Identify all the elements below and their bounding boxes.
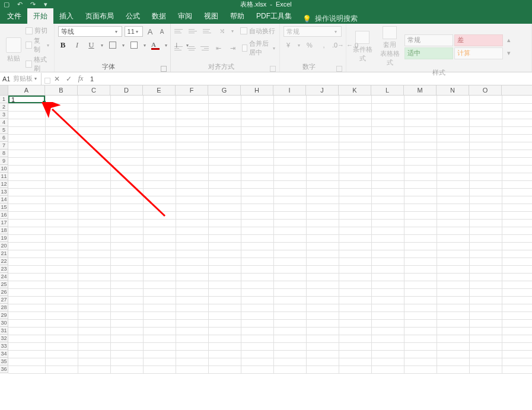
tab-view[interactable]: 视图 <box>198 8 224 24</box>
select-all-corner[interactable] <box>0 85 8 95</box>
enter-button[interactable]: ✓ <box>63 75 75 83</box>
undo-icon[interactable]: ↶ <box>15 0 24 8</box>
row-header-33[interactable]: 33 <box>0 342 8 350</box>
row-header-30[interactable]: 30 <box>0 319 8 327</box>
tab-file[interactable]: 文件 <box>1 8 27 24</box>
row-header-3[interactable]: 3 <box>0 111 8 119</box>
row-header-28[interactable]: 28 <box>0 304 8 312</box>
row-header-25[interactable]: 25 <box>0 281 8 288</box>
col-header-H[interactable]: H <box>241 85 273 95</box>
format-as-table-button[interactable]: 套用表格格式 <box>377 26 402 67</box>
redo-icon[interactable]: ↷ <box>28 0 37 8</box>
tab-formulas[interactable]: 公式 <box>120 8 146 24</box>
tab-help[interactable]: 帮助 <box>224 8 250 24</box>
row-header-14[interactable]: 14 <box>0 196 8 204</box>
col-header-E[interactable]: E <box>143 85 176 95</box>
comma-button[interactable]: , <box>319 40 329 50</box>
row-header-15[interactable]: 15 <box>0 204 8 211</box>
tab-review[interactable]: 审阅 <box>172 8 198 24</box>
selection[interactable]: 1 <box>8 96 45 103</box>
row-header-7[interactable]: 7 <box>0 142 8 150</box>
style-normal[interactable]: 常规 <box>404 34 453 46</box>
style-bad[interactable]: 差 <box>454 34 503 46</box>
row-header-22[interactable]: 22 <box>0 258 8 265</box>
row-header-23[interactable]: 23 <box>0 265 8 273</box>
conditional-format-button[interactable]: 条件格式 <box>350 31 375 63</box>
align-center-button[interactable] <box>187 44 196 52</box>
styles-more[interactable]: ▾ <box>504 49 514 58</box>
tell-me[interactable]: 💡 操作说明搜索 <box>298 14 362 24</box>
indent-left-button[interactable]: ⇤ <box>214 43 223 53</box>
increase-decimal-button[interactable]: .0→ <box>333 40 343 50</box>
number-launcher[interactable] <box>336 66 342 72</box>
tab-data[interactable]: 数据 <box>146 8 172 24</box>
font-color-button[interactable]: A <box>151 40 160 50</box>
format-painter-button[interactable]: 格式刷 <box>26 55 50 73</box>
cancel-button[interactable]: ✕ <box>51 75 63 83</box>
percent-button[interactable]: % <box>305 40 314 50</box>
row-header-9[interactable]: 9 <box>0 157 8 165</box>
save-icon[interactable]: ▢ <box>2 0 11 8</box>
col-header-F[interactable]: F <box>176 85 208 95</box>
align-right-button[interactable] <box>200 44 209 52</box>
paste-button[interactable]: 粘贴 <box>4 36 23 63</box>
row-header-32[interactable]: 32 <box>0 335 8 342</box>
number-format-combo[interactable]: 常规▾ <box>283 26 342 37</box>
row-header-26[interactable]: 26 <box>0 288 8 296</box>
row-header-5[interactable]: 5 <box>0 126 8 134</box>
styles-scroll-up[interactable]: ▴ <box>504 36 514 45</box>
orientation-button[interactable]: ⤭ <box>217 26 227 36</box>
col-header-M[interactable]: M <box>404 85 437 95</box>
col-header-L[interactable]: L <box>371 85 404 95</box>
qat-more-icon[interactable]: ▾ <box>42 0 50 8</box>
col-header-G[interactable]: G <box>208 85 241 95</box>
borders-button[interactable] <box>108 40 117 50</box>
fill-color-button[interactable] <box>129 40 139 50</box>
merge-center-button[interactable]: 合并后居中▾ <box>242 39 276 57</box>
column-headers[interactable]: ABCDEFGHIJKLMNO <box>0 85 532 96</box>
font-name-combo[interactable]: 等线▾ <box>58 26 122 37</box>
col-header-O[interactable]: O <box>469 85 502 95</box>
indent-right-button[interactable]: ⇥ <box>228 43 237 53</box>
row-header-27[interactable]: 27 <box>0 296 8 304</box>
row-header-24[interactable]: 24 <box>0 273 8 281</box>
row-header-31[interactable]: 31 <box>0 327 8 335</box>
row-header-2[interactable]: 2 <box>0 103 8 111</box>
font-launcher[interactable] <box>161 66 167 72</box>
row-header-35[interactable]: 35 <box>0 358 8 365</box>
tab-insert[interactable]: 插入 <box>53 8 79 24</box>
wrap-text-button[interactable]: 自动换行 <box>240 27 275 36</box>
col-header-I[interactable]: I <box>273 85 306 95</box>
col-header-J[interactable]: J <box>306 85 339 95</box>
row-header-10[interactable]: 10 <box>0 165 8 173</box>
align-bottom-button[interactable] <box>203 27 212 35</box>
row-header-17[interactable]: 17 <box>0 219 8 227</box>
align-left-button[interactable] <box>174 44 183 52</box>
row-header-1[interactable]: 1 <box>0 96 8 103</box>
align-launcher[interactable] <box>270 66 276 72</box>
font-size-combo[interactable]: 11▾ <box>125 26 143 37</box>
row-header-16[interactable]: 16 <box>0 211 8 219</box>
tab-pdf[interactable]: PDF工具集 <box>250 8 298 24</box>
decrease-font-button[interactable]: A <box>157 27 167 36</box>
style-good[interactable]: 适中 <box>404 47 453 59</box>
align-middle-button[interactable] <box>189 27 198 35</box>
align-top-button[interactable] <box>174 27 184 35</box>
row-header-29[interactable]: 29 <box>0 312 8 319</box>
row-header-21[interactable]: 21 <box>0 250 8 258</box>
row-header-4[interactable]: 4 <box>0 119 8 126</box>
row-header-20[interactable]: 20 <box>0 242 8 250</box>
row-header-18[interactable]: 18 <box>0 227 8 234</box>
row-header-13[interactable]: 13 <box>0 188 8 196</box>
row-header-19[interactable]: 19 <box>0 234 8 242</box>
spreadsheet-grid[interactable]: ABCDEFGHIJKLMNO 123456789101112131415161… <box>0 85 532 373</box>
row-header-8[interactable]: 8 <box>0 150 8 157</box>
col-header-C[interactable]: C <box>78 85 110 95</box>
row-header-36[interactable]: 36 <box>0 365 8 373</box>
currency-button[interactable]: ¥ <box>283 40 293 50</box>
cell-area[interactable]: 1 + <box>8 96 532 373</box>
italic-button[interactable]: I <box>72 40 82 50</box>
fx-button[interactable]: fx <box>75 74 87 83</box>
row-headers[interactable]: 1234567891011121314151617181920212223242… <box>0 96 8 373</box>
row-header-12[interactable]: 12 <box>0 180 8 188</box>
